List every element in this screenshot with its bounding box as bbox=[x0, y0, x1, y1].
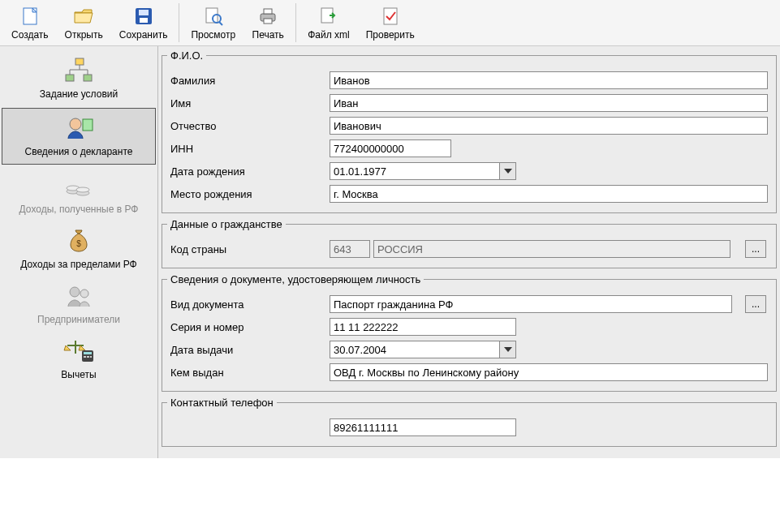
sidebar-deductions-label: Вычеты bbox=[61, 369, 96, 380]
svg-rect-15 bbox=[84, 75, 92, 81]
svg-rect-4 bbox=[140, 18, 148, 23]
doc-issued-dropdown-button[interactable] bbox=[499, 341, 515, 358]
pob-input[interactable] bbox=[330, 185, 768, 203]
country-code-label: Код страны bbox=[167, 243, 330, 255]
sidebar-income-rf[interactable]: Доходы, полученные в РФ bbox=[0, 166, 157, 221]
svg-text:$: $ bbox=[76, 239, 81, 248]
toolbar-separator bbox=[179, 3, 179, 42]
sidebar-income-abroad-label: Доходы за пределами РФ bbox=[20, 259, 136, 270]
open-label: Открыть bbox=[65, 29, 103, 41]
svg-rect-33 bbox=[84, 356, 86, 358]
content: Ф.И.О. Фамилия Имя Отчество ИНН Дата рож… bbox=[158, 46, 780, 458]
chevron-down-icon bbox=[504, 347, 512, 352]
svg-point-25 bbox=[76, 187, 89, 192]
svg-rect-34 bbox=[87, 356, 89, 358]
svg-point-28 bbox=[80, 290, 88, 298]
svg-rect-12 bbox=[384, 8, 397, 24]
doc-issued-by-label: Кем выдан bbox=[167, 367, 330, 379]
toolbar-separator bbox=[295, 3, 296, 42]
lastname-label: Фамилия bbox=[167, 75, 330, 87]
preview-label: Просмотр bbox=[191, 29, 235, 41]
print-label: Печать bbox=[252, 29, 284, 41]
sidebar-income-abroad[interactable]: $ Доходы за пределами РФ bbox=[0, 221, 157, 277]
middlename-input[interactable] bbox=[330, 117, 768, 135]
svg-rect-32 bbox=[84, 352, 92, 354]
printer-icon bbox=[255, 5, 281, 28]
dob-input[interactable] bbox=[330, 163, 499, 179]
main: Задание условий Сведения о декларанте До… bbox=[0, 46, 780, 458]
svg-rect-14 bbox=[66, 75, 74, 81]
svg-marker-37 bbox=[504, 347, 512, 352]
sidebar-income-rf-label: Доходы, полученные в РФ bbox=[19, 204, 139, 215]
coins-icon bbox=[62, 171, 95, 200]
sidebar-declarant[interactable]: Сведения о декларанте bbox=[2, 108, 156, 165]
save-button[interactable]: Сохранить bbox=[111, 2, 176, 44]
fio-group: Ф.И.О. Фамилия Имя Отчество ИНН Дата рож… bbox=[162, 49, 777, 213]
doc-issued-by-input[interactable] bbox=[330, 363, 768, 381]
dob-label: Дата рождения bbox=[167, 165, 330, 178]
print-button[interactable]: Печать bbox=[243, 2, 292, 44]
svg-rect-9 bbox=[264, 9, 272, 14]
check-label: Проверить bbox=[366, 29, 415, 41]
phone-input[interactable] bbox=[330, 418, 516, 436]
contact-group: Контактный телефон bbox=[162, 397, 777, 447]
sidebar-deductions[interactable]: Вычеты bbox=[0, 332, 157, 387]
scales-calculator-icon bbox=[62, 337, 95, 366]
country-name-input bbox=[373, 240, 730, 258]
citizenship-legend: Данные о гражданстве bbox=[167, 218, 286, 230]
create-button[interactable]: Создать bbox=[3, 2, 57, 44]
preview-button[interactable]: Просмотр bbox=[183, 2, 243, 44]
tree-icon bbox=[62, 56, 95, 85]
sidebar-entrepreneurs-label: Предприниматели bbox=[37, 314, 120, 325]
fio-legend: Ф.И.О. bbox=[167, 49, 206, 62]
svg-marker-36 bbox=[504, 169, 512, 174]
sidebar: Задание условий Сведения о декларанте До… bbox=[0, 46, 158, 458]
create-label: Создать bbox=[11, 29, 49, 41]
xml-button[interactable]: Файл xml bbox=[300, 2, 358, 44]
open-button[interactable]: Открыть bbox=[57, 2, 111, 44]
svg-rect-13 bbox=[75, 58, 84, 65]
middlename-label: Отчество bbox=[167, 120, 330, 132]
svg-rect-3 bbox=[139, 10, 149, 15]
check-button[interactable]: Проверить bbox=[358, 2, 423, 44]
sidebar-entrepreneurs[interactable]: Предприниматели bbox=[0, 277, 157, 332]
doc-type-input[interactable] bbox=[330, 295, 732, 313]
svg-point-20 bbox=[70, 118, 81, 130]
save-label: Сохранить bbox=[119, 29, 168, 41]
doc-serial-label: Серия и номер bbox=[167, 321, 330, 333]
lastname-input[interactable] bbox=[330, 71, 768, 89]
doc-issued-date-combo[interactable] bbox=[330, 341, 516, 358]
chevron-down-icon bbox=[504, 169, 512, 174]
dob-dropdown-button[interactable] bbox=[499, 163, 515, 179]
svg-line-7 bbox=[219, 22, 222, 25]
svg-point-27 bbox=[70, 287, 80, 297]
xml-label: Файл xml bbox=[308, 29, 350, 41]
country-code-input bbox=[330, 240, 370, 258]
doc-issued-date-label: Дата выдачи bbox=[167, 344, 330, 356]
inn-label: ИНН bbox=[167, 143, 330, 155]
country-browse-button[interactable]: ... bbox=[745, 240, 766, 258]
check-document-icon bbox=[377, 5, 403, 28]
doc-type-browse-button[interactable]: ... bbox=[745, 295, 766, 313]
dob-combo[interactable] bbox=[330, 162, 516, 180]
new-document-icon bbox=[17, 5, 43, 28]
folder-open-icon bbox=[71, 5, 97, 28]
sidebar-conditions-label: Задание условий bbox=[40, 88, 118, 100]
doc-issued-date-input[interactable] bbox=[330, 341, 499, 358]
firstname-label: Имя bbox=[167, 97, 330, 109]
contact-legend: Контактный телефон bbox=[167, 397, 277, 409]
firstname-input[interactable] bbox=[330, 94, 768, 112]
sidebar-declarant-label: Сведения о декларанте bbox=[25, 146, 133, 157]
svg-rect-21 bbox=[83, 119, 93, 131]
doc-serial-input[interactable] bbox=[330, 318, 516, 336]
export-xml-icon bbox=[316, 5, 342, 28]
inn-input[interactable] bbox=[330, 139, 451, 157]
money-bag-icon: $ bbox=[62, 226, 95, 255]
sidebar-conditions[interactable]: Задание условий bbox=[0, 51, 157, 106]
citizenship-group: Данные о гражданстве Код страны ... bbox=[162, 218, 777, 268]
save-icon bbox=[131, 5, 157, 28]
people-icon bbox=[62, 281, 95, 311]
person-card-icon bbox=[62, 114, 95, 143]
toolbar: Создать Открыть Сохранить Просмотр Печат… bbox=[0, 0, 780, 46]
svg-rect-35 bbox=[90, 356, 92, 358]
